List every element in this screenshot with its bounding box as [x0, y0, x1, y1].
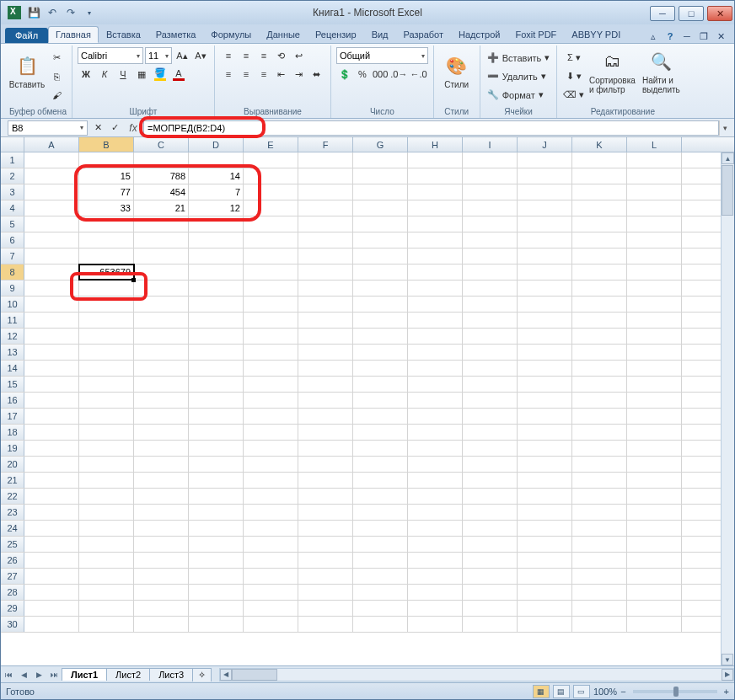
align-bottom-icon[interactable]: ≡ [255, 47, 272, 64]
cell-K8[interactable] [572, 265, 627, 280]
cell-I6[interactable] [463, 232, 518, 248]
align-middle-icon[interactable]: ≡ [238, 47, 255, 64]
cell-H20[interactable] [408, 457, 463, 472]
cell-D15[interactable] [189, 377, 244, 392]
cell-E13[interactable] [244, 345, 298, 360]
cell-L15[interactable] [627, 377, 682, 392]
cell-H11[interactable] [408, 313, 463, 328]
row-header-19[interactable]: 19 [1, 441, 24, 456]
cell-K2[interactable] [572, 168, 627, 184]
cell-D28[interactable] [189, 585, 244, 600]
format-painter-icon[interactable]: 🖌 [48, 87, 65, 104]
cell-D24[interactable] [189, 521, 244, 536]
cell-F2[interactable] [298, 168, 353, 184]
cell-H7[interactable] [408, 248, 463, 264]
cell-C10[interactable] [134, 297, 189, 312]
cell-K23[interactable] [572, 505, 627, 520]
cell-J24[interactable] [518, 521, 572, 536]
cell-F8[interactable] [298, 265, 353, 280]
cell-H26[interactable] [408, 553, 463, 568]
cell-A5[interactable] [24, 216, 79, 232]
cell-E9[interactable] [244, 281, 298, 296]
cell-C22[interactable] [134, 489, 189, 504]
cell-I18[interactable] [463, 425, 518, 440]
cell-A4[interactable] [24, 200, 79, 216]
cell-K24[interactable] [572, 521, 627, 536]
cell-A22[interactable] [24, 489, 79, 504]
cell-A16[interactable] [24, 393, 79, 408]
cell-K18[interactable] [572, 425, 627, 440]
col-header-G[interactable]: G [353, 137, 408, 152]
cell-B30[interactable] [79, 617, 134, 632]
cell-H8[interactable] [408, 265, 463, 280]
tab-insert[interactable]: Вставка [99, 26, 148, 43]
cell-G28[interactable] [353, 585, 408, 600]
undo-icon[interactable]: ↶ [45, 5, 60, 20]
cell-C14[interactable] [134, 361, 189, 376]
cell-F13[interactable] [298, 345, 353, 360]
scroll-left-icon[interactable]: ◀ [220, 669, 232, 681]
cell-I27[interactable] [463, 569, 518, 584]
cell-G11[interactable] [353, 313, 408, 328]
cell-A7[interactable] [24, 248, 79, 264]
cell-G29[interactable] [353, 601, 408, 616]
zoom-slider-thumb[interactable] [673, 687, 679, 697]
cell-A17[interactable] [24, 409, 79, 424]
cell-K5[interactable] [572, 216, 627, 232]
cell-H5[interactable] [408, 216, 463, 232]
cell-D30[interactable] [189, 617, 244, 632]
zoom-out-button[interactable]: − [620, 687, 625, 697]
number-format-combo[interactable]: Общий▾ [336, 47, 428, 64]
cell-L25[interactable] [627, 537, 682, 552]
cell-D20[interactable] [189, 457, 244, 472]
cell-G10[interactable] [353, 297, 408, 312]
horizontal-scrollbar[interactable]: ◀ ▶ [219, 668, 734, 681]
cell-L7[interactable] [627, 248, 682, 264]
cell-H19[interactable] [408, 441, 463, 456]
cell-K1[interactable] [572, 152, 627, 168]
cell-A2[interactable] [24, 168, 79, 184]
cell-H23[interactable] [408, 505, 463, 520]
cell-A10[interactable] [24, 297, 79, 312]
cell-G3[interactable] [353, 184, 408, 200]
cell-K9[interactable] [572, 281, 627, 296]
cell-B28[interactable] [79, 585, 134, 600]
cell-A11[interactable] [24, 313, 79, 328]
doc-restore-icon[interactable]: ❐ [697, 29, 711, 43]
cell-H29[interactable] [408, 601, 463, 616]
formula-input[interactable]: =МОПРЕД(B2:D4) [143, 120, 719, 136]
cell-A14[interactable] [24, 361, 79, 376]
row-header-23[interactable]: 23 [1, 505, 24, 520]
cell-C24[interactable] [134, 521, 189, 536]
cell-F25[interactable] [298, 537, 353, 552]
row-header-10[interactable]: 10 [1, 297, 24, 312]
cell-K7[interactable] [572, 248, 627, 264]
cell-G9[interactable] [353, 281, 408, 296]
vscroll-thumb[interactable] [722, 165, 733, 216]
cell-I26[interactable] [463, 553, 518, 568]
cell-E27[interactable] [244, 569, 298, 584]
cell-E25[interactable] [244, 537, 298, 552]
row-header-2[interactable]: 2 [1, 168, 24, 184]
cell-J13[interactable] [518, 345, 572, 360]
cell-D14[interactable] [189, 361, 244, 376]
cell-E5[interactable] [244, 216, 298, 232]
cell-K11[interactable] [572, 313, 627, 328]
col-header-J[interactable]: J [518, 137, 572, 152]
cell-C2[interactable]: 788 [134, 168, 189, 184]
cell-I22[interactable] [463, 489, 518, 504]
cell-H24[interactable] [408, 521, 463, 536]
cell-I29[interactable] [463, 601, 518, 616]
cell-J5[interactable] [518, 216, 572, 232]
cell-B13[interactable] [79, 345, 134, 360]
row-header-30[interactable]: 30 [1, 617, 24, 632]
cell-B8[interactable]: -653679 [79, 265, 134, 280]
row-header-24[interactable]: 24 [1, 521, 24, 536]
cell-A27[interactable] [24, 569, 79, 584]
cell-G5[interactable] [353, 216, 408, 232]
cell-H1[interactable] [408, 152, 463, 168]
cells-insert-button[interactable]: ➕Вставить ▾ [486, 50, 552, 67]
shrink-font-icon[interactable]: A▾ [192, 47, 209, 64]
cell-G26[interactable] [353, 553, 408, 568]
cell-C29[interactable] [134, 601, 189, 616]
